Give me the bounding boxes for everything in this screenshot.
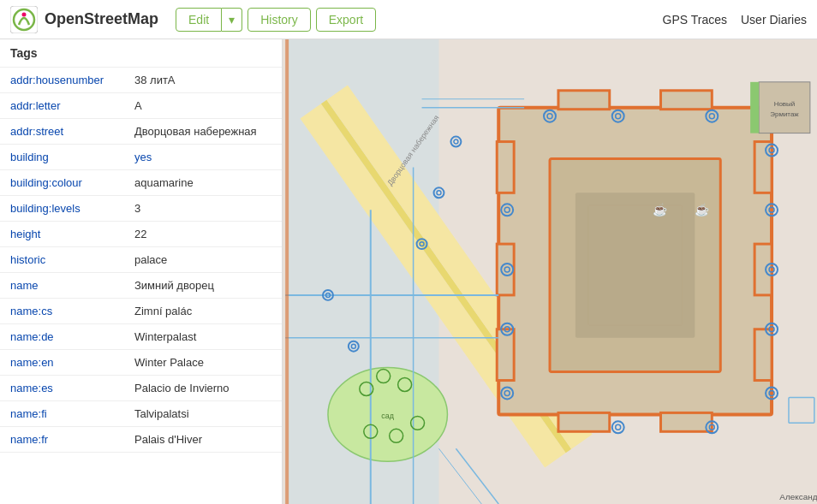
main-content: Tags addr:housenumber38 литАaddr:letterА…: [0, 39, 817, 504]
tag-key[interactable]: name:en: [0, 350, 124, 376]
svg-rect-16: [754, 329, 772, 381]
header-right: GPS Traces User Diaries: [663, 13, 807, 27]
table-row: building:colouraquamarine: [0, 170, 282, 196]
tag-value: А: [124, 93, 282, 119]
tag-value: Palais d'Hiver: [124, 427, 282, 453]
logo-text: OpenStreetMap: [45, 10, 158, 28]
svg-point-2: [22, 12, 27, 16]
osm-logo: [10, 6, 38, 33]
table-row: name:csZimní palác: [0, 299, 282, 324]
tag-value: Palacio de Invierno: [124, 376, 282, 401]
tag-value: Winterpalast: [124, 324, 282, 350]
table-row: building:levels3: [0, 196, 282, 222]
tag-value: Winter Palace: [124, 350, 282, 376]
tag-key[interactable]: addr:letter: [0, 93, 124, 119]
svg-rect-83: [285, 39, 289, 504]
table-row: addr:streetДворцовая набережная: [0, 119, 282, 145]
tag-key[interactable]: name:fr: [0, 427, 124, 453]
tag-key[interactable]: name:de: [0, 324, 124, 350]
svg-rect-13: [497, 329, 514, 381]
tag-key[interactable]: name:cs: [0, 299, 124, 324]
map-svg: Государственный Эрмитаж сад Дворцовая пл…: [283, 39, 817, 504]
table-row: buildingyes: [0, 145, 282, 170]
tag-key[interactable]: historic: [0, 247, 124, 273]
tag-value: 22: [124, 222, 282, 247]
tag-value: 3: [124, 196, 282, 222]
svg-text:☕: ☕: [695, 203, 710, 217]
export-button[interactable]: Export: [316, 8, 376, 32]
history-button[interactable]: History: [247, 8, 311, 32]
tag-key[interactable]: building:colour: [0, 170, 124, 196]
svg-rect-19: [558, 412, 610, 431]
tag-value: Дворцовая набережная: [124, 119, 282, 145]
map-area[interactable]: Государственный Эрмитаж сад Дворцовая пл…: [283, 39, 817, 504]
tag-value: palace: [124, 247, 282, 273]
tag-key[interactable]: name: [0, 273, 124, 299]
tag-key[interactable]: building:levels: [0, 196, 124, 222]
tag-value: Zimní palác: [124, 299, 282, 324]
table-row: name:esPalacio de Invierno: [0, 376, 282, 401]
tag-key[interactable]: name:fi: [0, 401, 124, 427]
svg-text:Александровская: Александровская: [779, 492, 817, 501]
table-row: height22: [0, 222, 282, 247]
svg-rect-17: [558, 91, 610, 110]
tag-key[interactable]: name:es: [0, 376, 124, 401]
svg-rect-18: [661, 91, 713, 110]
header: OpenStreetMap Edit ▾ History Export GPS …: [0, 0, 817, 39]
tag-key[interactable]: addr:housenumber: [0, 68, 124, 93]
gps-traces-link[interactable]: GPS Traces: [663, 13, 727, 27]
tag-key[interactable]: building: [0, 145, 124, 170]
tag-value: 38 литА: [124, 68, 282, 93]
svg-rect-20: [661, 412, 713, 431]
tag-key[interactable]: height: [0, 222, 124, 247]
tag-value: Зимний дворец: [124, 273, 282, 299]
tag-key[interactable]: addr:street: [0, 119, 124, 145]
table-row: name:frPalais d'Hiver: [0, 427, 282, 453]
table-row: name:enWinter Palace: [0, 350, 282, 376]
table-row: name:fiTalvipalatsi: [0, 401, 282, 427]
table-row: addr:letterА: [0, 93, 282, 119]
svg-text:Новый: Новый: [774, 100, 796, 108]
svg-rect-12: [497, 244, 514, 295]
svg-rect-10: [575, 193, 695, 337]
tags-table: addr:housenumber38 литАaddr:letterАaddr:…: [0, 68, 282, 453]
logo-area: OpenStreetMap: [10, 6, 158, 33]
svg-rect-35: [750, 82, 759, 133]
tags-header: Tags: [0, 39, 282, 68]
tag-value: aquamarine: [124, 170, 282, 196]
svg-text:сад: сад: [381, 412, 394, 420]
user-diaries-link[interactable]: User Diaries: [741, 13, 807, 27]
tag-value: Talvipalatsi: [124, 401, 282, 427]
svg-text:Эрмитаж: Эрмитаж: [770, 110, 799, 118]
tag-value[interactable]: yes: [124, 145, 282, 170]
table-row: name:deWinterpalast: [0, 324, 282, 350]
table-row: addr:housenumber38 литА: [0, 68, 282, 93]
svg-rect-11: [497, 142, 514, 193]
table-row: nameЗимний дворец: [0, 273, 282, 299]
edit-button[interactable]: Edit: [176, 8, 222, 32]
sidebar: Tags addr:housenumber38 литАaddr:letterА…: [0, 39, 283, 504]
edit-caret-button[interactable]: ▾: [222, 8, 242, 32]
nav-buttons: Edit ▾ History Export: [176, 8, 376, 32]
table-row: historicpalace: [0, 247, 282, 273]
